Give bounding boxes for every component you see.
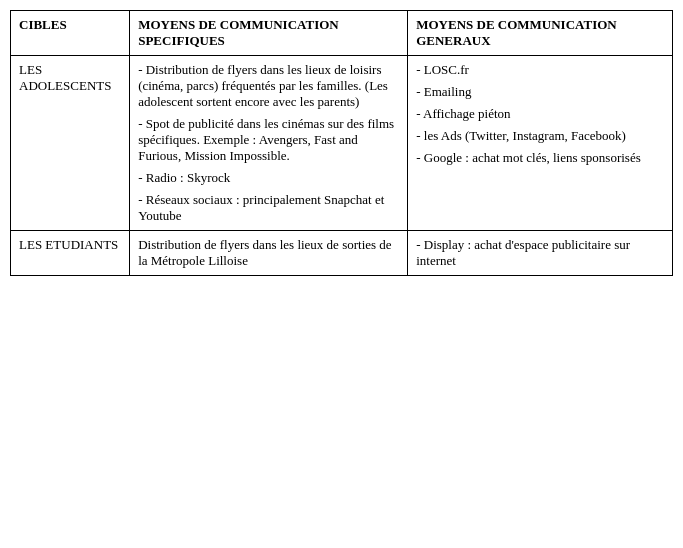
cible-cell-0: LES ADOLESCENTS bbox=[11, 56, 130, 231]
specifiques-cell-0: - Distribution de flyers dans les lieux … bbox=[130, 56, 408, 231]
header-cibles: CIBLES bbox=[11, 11, 130, 56]
main-table-wrapper: CIBLES MOYENS DE COMMUNICATION SPECIFIQU… bbox=[10, 10, 673, 276]
generaux-cell-0: - LOSC.fr- Emailing- Affichage piéton- l… bbox=[408, 56, 673, 231]
cible-cell-1: LES ETUDIANTS bbox=[11, 231, 130, 276]
header-generaux: MOYENS DE COMMUNICATION GENERAUX bbox=[408, 11, 673, 56]
header-specifiques: MOYENS DE COMMUNICATION SPECIFIQUES bbox=[130, 11, 408, 56]
communication-table: CIBLES MOYENS DE COMMUNICATION SPECIFIQU… bbox=[10, 10, 673, 276]
specifiques-cell-1: Distribution de flyers dans les lieux de… bbox=[130, 231, 408, 276]
generaux-cell-1: - Display : achat d'espace publicitaire … bbox=[408, 231, 673, 276]
